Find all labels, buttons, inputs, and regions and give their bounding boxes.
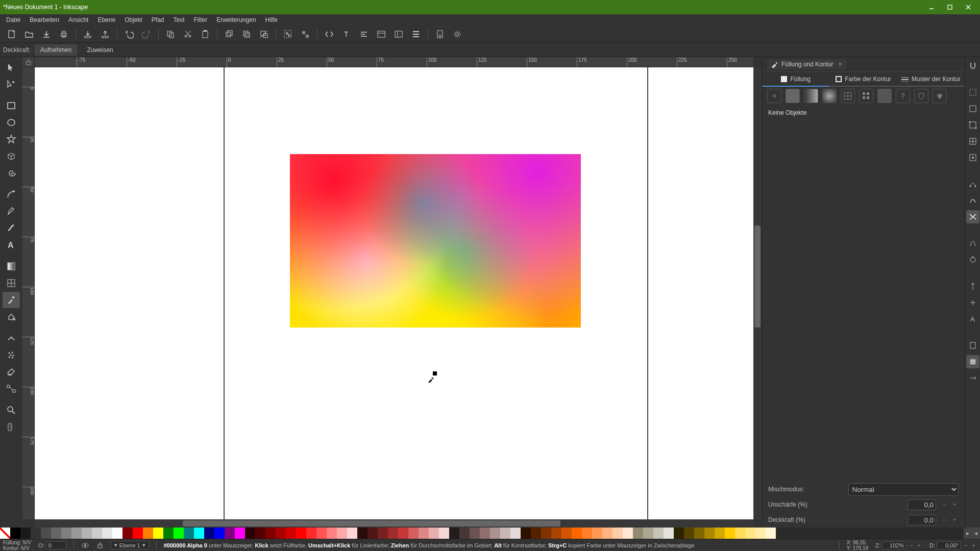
snap-midpoints-icon[interactable]	[966, 135, 979, 148]
blur-inc[interactable]: +	[950, 500, 959, 509]
paint-shield-icon[interactable]	[914, 89, 928, 103]
palette-swatch[interactable]	[766, 528, 776, 539]
snap-nodes-icon[interactable]	[966, 178, 979, 191]
palette-swatch[interactable]	[10, 528, 20, 539]
palette-swatch[interactable]	[664, 528, 674, 539]
eraser-tool-icon[interactable]	[3, 364, 20, 380]
snap-cusp-icon[interactable]	[966, 237, 979, 250]
import-icon[interactable]	[80, 27, 95, 41]
snap-guide-icon[interactable]	[966, 280, 979, 293]
snap-bbox-icon[interactable]	[966, 86, 979, 99]
zoom-in-icon[interactable]: +	[916, 542, 922, 548]
blendmode-select[interactable]: Normal	[848, 483, 959, 496]
palette-swatch[interactable]	[500, 528, 510, 539]
palette-swatch[interactable]	[480, 528, 490, 539]
visibility-icon[interactable]	[81, 542, 89, 549]
snap-smooth-icon[interactable]	[966, 253, 979, 266]
group-icon[interactable]	[280, 27, 296, 41]
palette-swatch[interactable]	[755, 528, 766, 539]
opacity-dec[interactable]: −	[940, 516, 948, 524]
palette-swatch[interactable]	[408, 528, 419, 539]
clone-icon[interactable]	[239, 27, 254, 41]
palette-swatch[interactable]	[71, 528, 82, 539]
dropper-tool-icon[interactable]	[3, 292, 20, 308]
palette-swatch[interactable]	[214, 528, 225, 539]
layers-icon[interactable]	[391, 27, 406, 41]
doc-props-icon[interactable]	[432, 27, 448, 41]
menu-object[interactable]: Objekt	[120, 15, 146, 24]
palette-swatch[interactable]	[429, 528, 439, 539]
palette-swatch[interactable]	[296, 528, 306, 539]
palette-swatch[interactable]	[347, 528, 357, 539]
minimize-button[interactable]	[923, 2, 940, 13]
redo-icon[interactable]	[139, 27, 154, 41]
objects-icon[interactable]	[408, 27, 424, 41]
rot-dec-icon[interactable]: −	[963, 542, 969, 548]
measure-tool-icon[interactable]	[3, 419, 20, 435]
spiral-tool-icon[interactable]	[3, 165, 20, 181]
palette-swatch[interactable]	[143, 528, 153, 539]
print-icon[interactable]	[56, 27, 71, 41]
status-rotation[interactable]: 0,00°	[937, 541, 961, 549]
maximize-button[interactable]	[941, 2, 959, 13]
palette-swatch[interactable]	[694, 528, 704, 539]
layer-selector[interactable]: ▾ Ebene 1 ▾	[111, 541, 149, 549]
palette-swatch[interactable]	[521, 528, 531, 539]
palette-swatch[interactable]	[112, 528, 122, 539]
ruler-vertical[interactable]: 0 25 50 75 100 125 150 175 200	[22, 67, 35, 519]
snap-page-icon[interactable]	[966, 339, 979, 352]
palette-swatch[interactable]	[704, 528, 715, 539]
palette-swatch[interactable]	[715, 528, 725, 539]
text-tool-icon[interactable]: T	[339, 27, 354, 41]
palette-swatch[interactable]	[61, 528, 71, 539]
palette-swatch[interactable]	[612, 528, 623, 539]
palette-swatch[interactable]	[51, 528, 61, 539]
palette-swatch[interactable]	[163, 528, 174, 539]
palette-swatch[interactable]	[92, 528, 102, 539]
palette-swatch[interactable]	[745, 528, 755, 539]
palette-swatch[interactable]	[122, 528, 133, 539]
palette-swatch[interactable]	[194, 528, 204, 539]
snap-guide2-icon[interactable]	[966, 371, 979, 385]
paint-unknown-icon[interactable]: ?	[896, 89, 910, 103]
selector-tool-icon[interactable]	[3, 59, 20, 76]
palette-swatch[interactable]	[459, 528, 470, 539]
palette-swatch[interactable]	[510, 528, 521, 539]
paint-pattern-icon[interactable]	[859, 89, 873, 103]
menu-file[interactable]: Datei	[2, 15, 24, 24]
paint-mesh-icon[interactable]	[841, 89, 855, 103]
zoom-tool-icon[interactable]	[3, 402, 20, 418]
palette-swatch[interactable]	[368, 528, 378, 539]
palette-menu-icon[interactable]: ◂	[972, 528, 980, 539]
palette-swatch[interactable]	[153, 528, 163, 539]
opacity-input[interactable]	[908, 515, 936, 525]
palette-swatch[interactable]	[653, 528, 664, 539]
palette-swatch[interactable]	[286, 528, 296, 539]
palette-swatch[interactable]	[490, 528, 500, 539]
export-icon[interactable]	[97, 27, 113, 41]
lock-layer-icon[interactable]	[96, 542, 104, 549]
palette-swatch[interactable]	[276, 528, 286, 539]
palette-scroll-icon[interactable]: ▸	[964, 528, 972, 539]
menu-help[interactable]: Hilfe	[261, 15, 282, 24]
mesh-tool-icon[interactable]	[3, 275, 20, 291]
tweak-tool-icon[interactable]	[3, 330, 20, 346]
palette-swatch[interactable]	[225, 528, 235, 539]
menu-layer[interactable]: Ebene	[93, 15, 119, 24]
palette-swatch[interactable]	[531, 528, 541, 539]
palette-swatch[interactable]	[449, 528, 459, 539]
menu-edit[interactable]: Bearbeiten	[26, 15, 63, 24]
snap-corners-icon[interactable]	[966, 118, 979, 132]
snap-rotation-icon[interactable]	[966, 296, 979, 309]
palette-swatch[interactable]	[398, 528, 408, 539]
palette-swatch[interactable]	[674, 528, 684, 539]
zoom-out-icon[interactable]: −	[908, 542, 914, 548]
palette-swatch[interactable]	[357, 528, 368, 539]
3dbox-tool-icon[interactable]	[3, 148, 20, 164]
snap-edges-icon[interactable]	[966, 102, 979, 115]
snap-text-icon[interactable]: A	[966, 312, 979, 325]
palette-swatch[interactable]	[541, 528, 551, 539]
snapping-master-icon[interactable]	[966, 59, 979, 72]
palette-swatch[interactable]	[255, 528, 265, 539]
palette-swatch[interactable]	[235, 528, 245, 539]
